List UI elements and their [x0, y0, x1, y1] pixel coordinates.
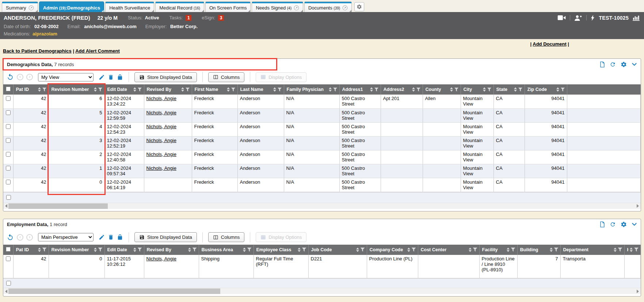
prev-view-button[interactable]: ‹ — [17, 74, 23, 80]
delete-trash-icon[interactable] — [108, 234, 114, 240]
refresh-icon[interactable] — [610, 61, 616, 68]
sort-icon[interactable] — [412, 87, 415, 92]
column-header-edit-date[interactable]: Edit Date — [104, 84, 144, 95]
filter-funnel-icon[interactable] — [98, 248, 103, 252]
revised-by-link[interactable]: Nichols, Angie — [146, 96, 176, 101]
column-header-revised-by[interactable]: Revised By — [144, 245, 199, 255]
new-document-icon[interactable] — [600, 61, 605, 68]
column-header-revision-number[interactable]: Revision Number — [49, 245, 104, 255]
column-header-city[interactable]: City — [461, 84, 494, 95]
filter-funnel-icon[interactable] — [333, 88, 338, 92]
sort-icon[interactable] — [556, 87, 559, 92]
sort-icon[interactable] — [507, 248, 510, 252]
tab-documents[interactable]: Documents (39) — [304, 1, 352, 12]
sort-icon[interactable] — [483, 87, 486, 92]
sort-icon[interactable] — [356, 248, 359, 252]
scroll-left-arrow[interactable] — [5, 290, 7, 293]
add-alert-comment-link[interactable]: Add Alert Comment — [75, 48, 120, 54]
tab-admin[interactable]: Admin (19):Demographics — [39, 1, 104, 12]
column-header-address2[interactable]: Address2 — [381, 84, 423, 95]
filter-funnel-icon[interactable] — [98, 88, 103, 92]
column-header-job-code[interactable]: Job Code — [308, 245, 367, 255]
sort-icon[interactable] — [38, 87, 41, 92]
tab-on-screen-forms[interactable]: On Screen Forms — [205, 1, 251, 12]
filter-funnel-icon[interactable] — [193, 248, 197, 252]
sort-icon[interactable] — [370, 87, 373, 92]
sort-icon[interactable] — [450, 87, 453, 92]
filter-funnel-icon[interactable] — [231, 88, 236, 92]
video-camera-icon[interactable] — [557, 15, 566, 20]
filter-funnel-icon[interactable] — [561, 88, 565, 92]
prev-view-button[interactable]: ‹ — [17, 234, 23, 241]
sort-icon[interactable] — [469, 248, 472, 252]
collapse-chevron-icon[interactable] — [632, 222, 637, 226]
sort-icon[interactable] — [630, 248, 633, 252]
column-header-zip-code[interactable]: Zip Code — [525, 84, 567, 95]
sort-icon[interactable] — [227, 87, 230, 92]
column-header-building[interactable]: Building — [517, 245, 560, 255]
revised-by-link[interactable]: Nichols, Angie — [146, 110, 176, 115]
column-header-family-physician[interactable]: Family Physician — [284, 84, 339, 95]
columns-button[interactable]: Columns — [208, 232, 244, 242]
sort-icon[interactable] — [407, 248, 410, 252]
revised-by-link[interactable]: Nichols, Angie — [146, 138, 176, 143]
column-header-facility[interactable]: Facility — [479, 245, 517, 255]
new-row-checkbox[interactable] — [6, 281, 11, 286]
horizontal-scrollbar[interactable] — [3, 203, 641, 209]
view-select[interactable]: Main Perspective — [38, 233, 94, 241]
delete-trash-icon[interactable] — [108, 74, 114, 80]
row-checkbox[interactable] — [6, 256, 11, 261]
filter-funnel-icon[interactable] — [247, 248, 252, 252]
filter-funnel-icon[interactable] — [374, 88, 379, 92]
filter-funnel-icon[interactable] — [42, 248, 47, 252]
column-header-revised-by[interactable]: Revised By — [144, 84, 192, 95]
settings-gear-icon[interactable] — [621, 61, 627, 68]
revised-by-link[interactable]: Nichols, Angie — [146, 165, 176, 171]
filter-funnel-icon[interactable] — [278, 88, 282, 92]
sort-icon[interactable] — [550, 248, 553, 252]
column-header-pat-id[interactable]: Pat ID — [13, 245, 49, 255]
filter-funnel-icon[interactable] — [138, 248, 142, 252]
sort-icon[interactable] — [94, 248, 97, 252]
new-row-checkbox[interactable] — [6, 195, 11, 200]
scroll-left-arrow[interactable] — [5, 204, 7, 208]
edit-pencil-icon[interactable] — [99, 74, 105, 80]
revised-by-link[interactable]: Nichols, Angie — [146, 124, 176, 129]
filter-funnel-icon[interactable] — [518, 88, 523, 92]
filter-funnel-icon[interactable] — [416, 88, 421, 92]
sort-icon[interactable] — [514, 87, 517, 92]
back-to-demographics-link[interactable]: Back to Patient Demographics — [3, 48, 72, 54]
lock-icon[interactable] — [117, 234, 123, 240]
sort-icon[interactable] — [298, 248, 301, 252]
tab-medical-record[interactable]: Medical Record (16) — [155, 1, 204, 12]
sort-icon[interactable] — [181, 87, 184, 92]
row-checkbox[interactable] — [6, 166, 11, 171]
filter-funnel-icon[interactable] — [361, 248, 365, 252]
display-options-button[interactable]: Display Options — [256, 232, 306, 242]
store-displayed-data-button[interactable]: Store Displayed Data — [134, 232, 197, 242]
lock-icon[interactable] — [117, 74, 123, 80]
new-document-icon[interactable] — [600, 221, 605, 228]
filter-funnel-icon[interactable] — [554, 248, 559, 252]
column-header-company-code[interactable]: Company Code — [367, 245, 418, 255]
popup-icon[interactable] — [294, 5, 299, 11]
column-header-last-name[interactable]: Last Name — [237, 84, 284, 95]
scrollbar-thumb[interactable] — [8, 288, 220, 294]
column-header-cost-center[interactable]: Cost Center — [418, 245, 479, 255]
filter-funnel-icon[interactable] — [454, 88, 459, 92]
refresh-icon[interactable] — [610, 221, 616, 228]
edit-pencil-icon[interactable] — [99, 234, 105, 240]
column-header-first-name[interactable]: First Name — [192, 84, 237, 95]
sort-icon[interactable] — [38, 248, 41, 252]
column-header-edit-date[interactable]: Edit Date — [104, 245, 144, 255]
add-document-link[interactable]: Add Document — [533, 41, 566, 47]
next-view-button[interactable]: › — [26, 234, 33, 241]
column-header-revision-number[interactable]: Revision Number — [49, 84, 104, 95]
row-checkbox[interactable] — [6, 96, 11, 101]
columns-button[interactable]: Columns — [208, 72, 244, 82]
column-header-county[interactable]: County — [423, 84, 461, 95]
sort-icon[interactable] — [243, 248, 246, 252]
filter-funnel-icon[interactable] — [138, 88, 142, 92]
scrollbar-thumb[interactable] — [8, 203, 108, 209]
filter-funnel-icon[interactable] — [618, 248, 622, 252]
